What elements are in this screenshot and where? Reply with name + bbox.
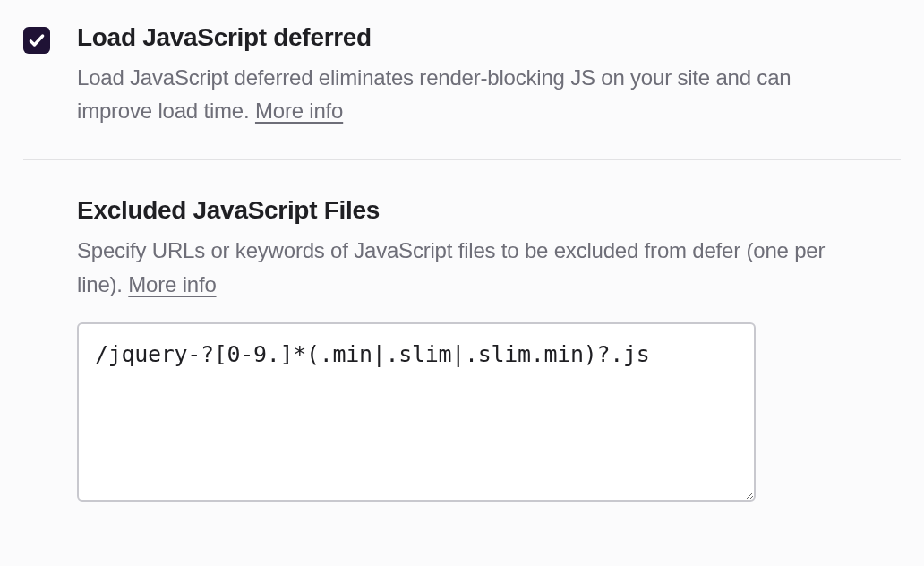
checkbox-wrap: [23, 23, 50, 54]
defer-description: Load JavaScript deferred eliminates rend…: [77, 61, 865, 127]
defer-checkbox[interactable]: [23, 27, 50, 54]
defer-setting-row: Load JavaScript deferred Load JavaScript…: [23, 23, 901, 159]
defer-description-text: Load JavaScript deferred eliminates rend…: [77, 65, 791, 123]
checkmark-icon: [28, 31, 46, 49]
exclude-description: Specify URLs or keywords of JavaScript f…: [77, 234, 865, 300]
defer-title: Load JavaScript deferred: [77, 23, 901, 52]
exclude-textarea[interactable]: [77, 322, 756, 502]
exclude-title: Excluded JavaScript Files: [77, 196, 901, 225]
section-divider: [23, 159, 901, 160]
defer-more-info-link[interactable]: More info: [255, 99, 343, 123]
defer-content: Load JavaScript deferred Load JavaScript…: [77, 23, 901, 127]
exclude-more-info-link[interactable]: More info: [128, 272, 216, 296]
exclude-section: Excluded JavaScript Files Specify URLs o…: [23, 196, 901, 504]
